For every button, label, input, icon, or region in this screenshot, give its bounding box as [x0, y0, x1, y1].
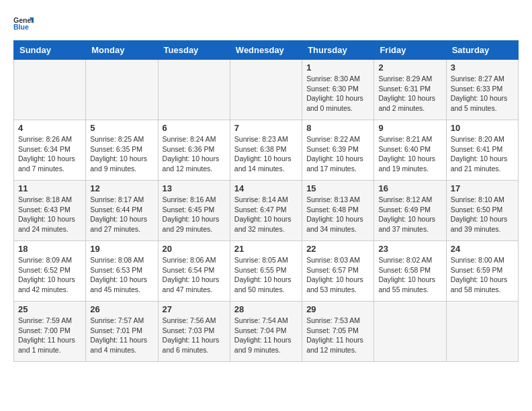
day-info: Sunrise: 8:23 AM Sunset: 6:38 PM Dayligh… [234, 134, 298, 174]
logo-icon: General Blue [13, 13, 34, 34]
day-info: Sunrise: 8:02 AM Sunset: 6:58 PM Dayligh… [378, 255, 441, 295]
calendar-cell [230, 60, 302, 120]
header-saturday: Saturday [446, 41, 518, 60]
day-info: Sunrise: 8:13 AM Sunset: 6:48 PM Dayligh… [306, 195, 369, 234]
day-number: 13 [163, 183, 226, 193]
calendar-cell: 27Sunrise: 7:56 AM Sunset: 7:03 PM Dayli… [158, 302, 230, 362]
day-number: 16 [378, 183, 441, 193]
calendar-cell: 22Sunrise: 8:03 AM Sunset: 6:57 PM Dayli… [302, 241, 374, 302]
day-info: Sunrise: 8:12 AM Sunset: 6:49 PM Dayligh… [378, 195, 441, 234]
svg-text:Blue: Blue [13, 23, 29, 31]
calendar-cell: 23Sunrise: 8:02 AM Sunset: 6:58 PM Dayli… [374, 241, 446, 302]
calendar-cell: 1Sunrise: 8:30 AM Sunset: 6:30 PM Daylig… [302, 60, 374, 120]
calendar-cell: 16Sunrise: 8:12 AM Sunset: 6:49 PM Dayli… [374, 181, 446, 241]
day-number: 6 [163, 123, 226, 133]
calendar-cell: 25Sunrise: 7:59 AM Sunset: 7:00 PM Dayli… [14, 302, 86, 362]
calendar-cell: 11Sunrise: 8:18 AM Sunset: 6:43 PM Dayli… [14, 181, 86, 241]
day-number: 8 [306, 123, 369, 133]
day-number: 28 [234, 304, 298, 314]
day-number: 2 [378, 62, 441, 73]
calendar-week-row: 18Sunrise: 8:09 AM Sunset: 6:52 PM Dayli… [14, 241, 519, 302]
header-wednesday: Wednesday [230, 41, 302, 60]
calendar-cell: 12Sunrise: 8:17 AM Sunset: 6:44 PM Dayli… [86, 181, 158, 241]
calendar-cell [374, 302, 446, 362]
calendar-cell: 2Sunrise: 8:29 AM Sunset: 6:31 PM Daylig… [374, 60, 446, 120]
calendar-cell: 7Sunrise: 8:23 AM Sunset: 6:38 PM Daylig… [230, 120, 302, 181]
calendar-cell: 29Sunrise: 7:53 AM Sunset: 7:05 PM Dayli… [302, 302, 374, 362]
calendar-table: Sunday Monday Tuesday Wednesday Thursday… [13, 40, 519, 362]
day-info: Sunrise: 8:10 AM Sunset: 6:50 PM Dayligh… [451, 195, 514, 234]
calendar-cell: 18Sunrise: 8:09 AM Sunset: 6:52 PM Dayli… [14, 241, 86, 302]
day-number: 21 [234, 244, 298, 254]
calendar-cell: 13Sunrise: 8:16 AM Sunset: 6:45 PM Dayli… [158, 181, 230, 241]
calendar-cell: 3Sunrise: 8:27 AM Sunset: 6:33 PM Daylig… [446, 60, 518, 120]
day-number: 14 [234, 183, 298, 193]
calendar-cell: 10Sunrise: 8:20 AM Sunset: 6:41 PM Dayli… [446, 120, 518, 181]
day-number: 27 [163, 304, 226, 314]
header-friday: Friday [374, 41, 446, 60]
day-number: 15 [306, 183, 369, 193]
day-info: Sunrise: 8:29 AM Sunset: 6:31 PM Dayligh… [378, 74, 441, 113]
day-info: Sunrise: 7:56 AM Sunset: 7:03 PM Dayligh… [163, 316, 226, 355]
calendar-cell: 20Sunrise: 8:06 AM Sunset: 6:54 PM Dayli… [158, 241, 230, 302]
day-info: Sunrise: 7:57 AM Sunset: 7:01 PM Dayligh… [90, 316, 153, 355]
day-info: Sunrise: 8:05 AM Sunset: 6:55 PM Dayligh… [234, 255, 298, 295]
calendar-cell: 24Sunrise: 8:00 AM Sunset: 6:59 PM Dayli… [446, 241, 518, 302]
header-thursday: Thursday [302, 41, 374, 60]
calendar-cell [446, 302, 518, 362]
day-info: Sunrise: 8:22 AM Sunset: 6:39 PM Dayligh… [306, 134, 369, 174]
day-number: 12 [90, 183, 153, 193]
day-number: 23 [378, 244, 441, 254]
day-number: 25 [18, 304, 81, 314]
day-number: 3 [451, 62, 514, 73]
header-monday: Monday [86, 41, 158, 60]
header-sunday: Sunday [14, 41, 86, 60]
day-info: Sunrise: 8:26 AM Sunset: 6:34 PM Dayligh… [18, 134, 81, 174]
day-info: Sunrise: 8:27 AM Sunset: 6:33 PM Dayligh… [451, 74, 514, 113]
day-number: 20 [163, 244, 226, 254]
calendar-cell: 26Sunrise: 7:57 AM Sunset: 7:01 PM Dayli… [86, 302, 158, 362]
day-number: 10 [451, 123, 514, 133]
calendar-week-row: 25Sunrise: 7:59 AM Sunset: 7:00 PM Dayli… [14, 302, 519, 362]
calendar-header-row: Sunday Monday Tuesday Wednesday Thursday… [14, 41, 519, 60]
page-header: General Blue [13, 13, 519, 34]
calendar-cell: 4Sunrise: 8:26 AM Sunset: 6:34 PM Daylig… [14, 120, 86, 181]
day-number: 4 [18, 123, 81, 133]
calendar-cell: 19Sunrise: 8:08 AM Sunset: 6:53 PM Dayli… [86, 241, 158, 302]
header-tuesday: Tuesday [158, 41, 230, 60]
day-info: Sunrise: 8:30 AM Sunset: 6:30 PM Dayligh… [306, 74, 369, 113]
calendar-cell: 5Sunrise: 8:25 AM Sunset: 6:35 PM Daylig… [86, 120, 158, 181]
calendar-cell: 15Sunrise: 8:13 AM Sunset: 6:48 PM Dayli… [302, 181, 374, 241]
calendar-cell [86, 60, 158, 120]
day-number: 24 [451, 244, 514, 254]
day-info: Sunrise: 8:24 AM Sunset: 6:36 PM Dayligh… [163, 134, 226, 174]
day-info: Sunrise: 8:08 AM Sunset: 6:53 PM Dayligh… [90, 255, 153, 295]
day-info: Sunrise: 8:16 AM Sunset: 6:45 PM Dayligh… [163, 195, 226, 234]
day-info: Sunrise: 8:14 AM Sunset: 6:47 PM Dayligh… [234, 195, 298, 234]
calendar-cell [14, 60, 86, 120]
calendar-cell [158, 60, 230, 120]
day-info: Sunrise: 8:18 AM Sunset: 6:43 PM Dayligh… [18, 195, 81, 234]
day-info: Sunrise: 8:00 AM Sunset: 6:59 PM Dayligh… [451, 255, 514, 295]
day-info: Sunrise: 8:20 AM Sunset: 6:41 PM Dayligh… [451, 134, 514, 174]
calendar-cell: 8Sunrise: 8:22 AM Sunset: 6:39 PM Daylig… [302, 120, 374, 181]
day-number: 17 [451, 183, 514, 193]
calendar-week-row: 11Sunrise: 8:18 AM Sunset: 6:43 PM Dayli… [14, 181, 519, 241]
day-info: Sunrise: 7:54 AM Sunset: 7:04 PM Dayligh… [234, 316, 298, 355]
calendar-week-row: 1Sunrise: 8:30 AM Sunset: 6:30 PM Daylig… [14, 60, 519, 120]
day-number: 7 [234, 123, 298, 133]
calendar-week-row: 4Sunrise: 8:26 AM Sunset: 6:34 PM Daylig… [14, 120, 519, 181]
day-info: Sunrise: 7:53 AM Sunset: 7:05 PM Dayligh… [306, 316, 369, 355]
calendar-cell: 21Sunrise: 8:05 AM Sunset: 6:55 PM Dayli… [230, 241, 302, 302]
logo: General Blue [13, 13, 34, 34]
calendar-cell: 17Sunrise: 8:10 AM Sunset: 6:50 PM Dayli… [446, 181, 518, 241]
day-number: 26 [90, 304, 153, 314]
day-number: 11 [18, 183, 81, 193]
day-info: Sunrise: 8:17 AM Sunset: 6:44 PM Dayligh… [90, 195, 153, 234]
calendar-cell: 28Sunrise: 7:54 AM Sunset: 7:04 PM Dayli… [230, 302, 302, 362]
calendar-body: 1Sunrise: 8:30 AM Sunset: 6:30 PM Daylig… [14, 60, 519, 362]
calendar-cell: 14Sunrise: 8:14 AM Sunset: 6:47 PM Dayli… [230, 181, 302, 241]
day-info: Sunrise: 8:21 AM Sunset: 6:40 PM Dayligh… [378, 134, 441, 174]
calendar-cell: 9Sunrise: 8:21 AM Sunset: 6:40 PM Daylig… [374, 120, 446, 181]
day-number: 1 [306, 62, 369, 73]
